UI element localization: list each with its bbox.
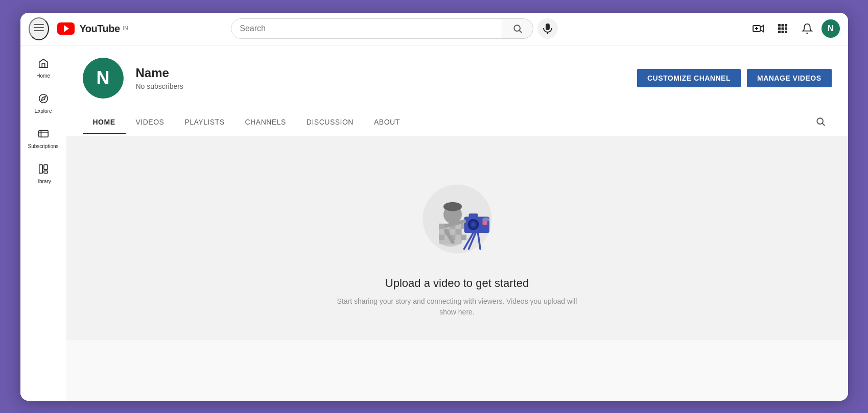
mic-button[interactable]	[537, 18, 558, 39]
youtube-wordmark: YouTube	[80, 23, 120, 35]
tab-videos[interactable]: VIDEOS	[126, 111, 175, 134]
sidebar-item-explore[interactable]: Explore	[20, 87, 66, 120]
tab-channels[interactable]: CHANNELS	[235, 111, 296, 134]
content-area: N Name No subscribers CUSTOMIZE CHANNEL …	[66, 45, 848, 401]
empty-illustration	[411, 168, 503, 260]
svg-rect-1	[34, 27, 44, 28]
channel-info-row: N Name No subscribers CUSTOMIZE CHANNEL …	[83, 58, 832, 109]
subscriptions-icon	[38, 128, 49, 141]
apps-button[interactable]	[772, 18, 793, 39]
svg-line-29	[822, 123, 825, 126]
empty-state: Upload a video to get started Start shar…	[66, 136, 848, 340]
channel-actions: CUSTOMIZE CHANNEL MANAGE VIDEOS	[637, 69, 832, 87]
library-icon	[38, 163, 49, 177]
tab-home[interactable]: HOME	[83, 111, 126, 134]
svg-rect-17	[778, 31, 781, 33]
svg-point-20	[39, 94, 48, 103]
search-area	[231, 18, 558, 39]
customize-channel-button[interactable]: CUSTOMIZE CHANNEL	[637, 69, 741, 87]
svg-rect-14	[778, 28, 781, 30]
explore-icon	[38, 93, 49, 106]
svg-rect-12	[781, 24, 784, 27]
svg-point-3	[514, 25, 521, 31]
subscriptions-label: Subscriptions	[28, 143, 58, 149]
tab-about[interactable]: ABOUT	[364, 111, 410, 134]
svg-rect-0	[34, 24, 44, 25]
svg-rect-22	[38, 130, 48, 137]
svg-rect-26	[43, 164, 47, 169]
notifications-button[interactable]	[797, 18, 817, 39]
avatar-letter: N	[828, 24, 834, 33]
tab-search-icon[interactable]	[809, 109, 832, 136]
svg-line-4	[520, 31, 522, 33]
svg-rect-49	[483, 217, 489, 221]
svg-rect-13	[785, 24, 787, 27]
search-button[interactable]	[502, 18, 533, 39]
browser-window: YouTube IN	[20, 13, 848, 401]
channel-avatar: N	[83, 58, 124, 99]
explore-label: Explore	[35, 108, 52, 114]
svg-rect-11	[778, 24, 781, 27]
channel-avatar-letter: N	[97, 67, 110, 89]
svg-rect-40	[461, 234, 466, 240]
svg-rect-5	[546, 23, 550, 30]
svg-rect-16	[785, 28, 787, 30]
sidebar: Home Explore	[20, 45, 66, 401]
empty-title: Upload a video to get started	[385, 277, 529, 290]
svg-rect-19	[785, 31, 787, 33]
tab-playlists[interactable]: PLAYLISTS	[174, 111, 234, 134]
play-triangle	[64, 25, 69, 32]
user-avatar-button[interactable]: N	[822, 19, 840, 38]
svg-point-42	[443, 202, 462, 211]
svg-rect-33	[439, 224, 444, 229]
search-input[interactable]	[231, 19, 502, 38]
channel-subscribers: No subscribers	[136, 82, 625, 90]
svg-point-46	[471, 223, 475, 226]
svg-rect-38	[439, 234, 444, 240]
country-code: IN	[123, 26, 128, 31]
sidebar-item-library[interactable]: Library	[20, 157, 66, 190]
channel-name: Name	[136, 66, 625, 80]
svg-rect-25	[39, 164, 42, 173]
topbar-actions: N	[748, 18, 840, 39]
svg-rect-37	[455, 229, 461, 234]
topbar: YouTube IN	[20, 13, 848, 45]
manage-videos-button[interactable]: MANAGE VIDEOS	[747, 69, 832, 87]
svg-rect-27	[43, 171, 47, 173]
svg-rect-18	[781, 31, 784, 33]
youtube-logo[interactable]: YouTube IN	[57, 22, 128, 35]
svg-marker-21	[41, 96, 45, 101]
youtube-play-icon	[57, 22, 75, 35]
empty-subtitle: Start sharing your story and connecting …	[330, 296, 585, 318]
main-layout: Home Explore	[20, 45, 848, 401]
channel-details: Name No subscribers	[136, 66, 625, 90]
home-icon	[38, 58, 49, 71]
channel-header: N Name No subscribers CUSTOMIZE CHANNEL …	[66, 45, 848, 136]
library-label: Library	[35, 179, 51, 184]
sidebar-item-home[interactable]: Home	[20, 52, 66, 85]
sidebar-item-subscriptions[interactable]: Subscriptions	[20, 122, 66, 155]
tab-discussion[interactable]: DISCUSSION	[296, 111, 364, 134]
svg-rect-47	[468, 213, 478, 218]
svg-point-28	[817, 118, 823, 124]
channel-tabs: HOME VIDEOS PLAYLISTS CHANNELS DISCUSSIO…	[83, 109, 832, 136]
svg-rect-2	[34, 30, 44, 31]
home-label: Home	[36, 73, 50, 79]
create-video-button[interactable]	[748, 18, 768, 39]
svg-rect-15	[781, 28, 784, 30]
search-input-wrap	[231, 18, 502, 39]
menu-button[interactable]	[29, 17, 49, 40]
